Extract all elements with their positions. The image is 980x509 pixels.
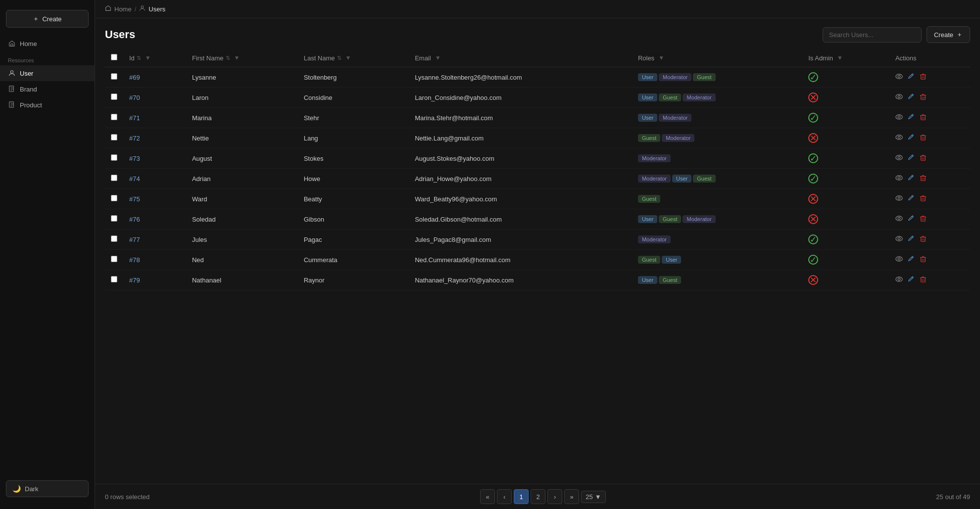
sidebar-item-product[interactable]: Product: [0, 97, 95, 113]
cell-first-name: Soledad: [186, 209, 298, 230]
role-badge-user: User: [638, 114, 657, 122]
delete-icon[interactable]: [920, 175, 927, 183]
email-filter-icon[interactable]: ▼: [435, 54, 441, 61]
view-icon[interactable]: [895, 113, 903, 122]
edit-icon[interactable]: [908, 215, 915, 224]
cell-actions: [889, 189, 970, 209]
id-sort-icon[interactable]: ⇅: [137, 55, 141, 61]
lastname-sort-icon[interactable]: ⇅: [337, 55, 342, 61]
view-icon[interactable]: [895, 194, 903, 203]
edit-icon[interactable]: [908, 235, 915, 244]
id-filter-icon[interactable]: ▼: [145, 54, 151, 61]
edit-icon[interactable]: [908, 73, 915, 82]
role-badge-user: User: [662, 256, 681, 264]
delete-icon[interactable]: [920, 195, 927, 203]
view-icon[interactable]: [895, 174, 903, 183]
page-2-button[interactable]: 2: [531, 489, 545, 504]
dark-mode-button[interactable]: 🌙 Dark: [6, 480, 89, 497]
sidebar-item-home[interactable]: Home: [0, 36, 95, 51]
cell-roles: Moderator: [632, 230, 802, 250]
view-icon[interactable]: [895, 154, 903, 163]
select-all-checkbox[interactable]: [111, 54, 117, 60]
table-row: #79NathanaelRaynorNathanael_Raynor70@yah…: [105, 270, 970, 290]
row-checkbox[interactable]: [111, 215, 117, 222]
cell-email: Nettie.Lang@gmail.com: [409, 128, 632, 148]
delete-icon[interactable]: [920, 276, 927, 284]
isadmin-filter-icon[interactable]: ▼: [837, 54, 843, 61]
row-checkbox[interactable]: [111, 276, 117, 282]
delete-icon[interactable]: [920, 256, 927, 264]
search-input[interactable]: [823, 27, 922, 43]
table-row: #72NettieLangNettie.Lang@gmail.comGuestM…: [105, 128, 970, 148]
view-icon[interactable]: [895, 235, 903, 244]
edit-icon[interactable]: [908, 93, 915, 102]
role-badge-moderator: Moderator: [638, 175, 671, 183]
sidebar-item-user[interactable]: User: [0, 65, 95, 81]
create-button-header[interactable]: Create ＋: [927, 26, 970, 43]
edit-icon[interactable]: [908, 114, 915, 122]
action-icons: [895, 154, 964, 163]
cell-first-name: Jules: [186, 230, 298, 250]
header-email: Email ▼: [409, 49, 632, 67]
admin-yes-icon: ✓: [808, 113, 818, 123]
page-next-button[interactable]: ›: [547, 489, 562, 504]
edit-icon[interactable]: [908, 195, 915, 203]
edit-icon[interactable]: [908, 154, 915, 163]
view-icon[interactable]: [895, 215, 903, 224]
edit-icon[interactable]: [908, 175, 915, 183]
page-last-button[interactable]: »: [564, 489, 579, 504]
roles-filter-icon[interactable]: ▼: [658, 54, 664, 61]
row-checkbox[interactable]: [111, 256, 117, 262]
delete-icon[interactable]: [920, 235, 927, 244]
view-icon[interactable]: [895, 73, 903, 82]
svg-point-30: [898, 237, 900, 240]
edit-icon[interactable]: [908, 256, 915, 264]
cell-roles: ModeratorUserGuest: [632, 169, 802, 189]
svg-point-24: [898, 197, 900, 199]
cell-actions: [889, 270, 970, 290]
cell-is-admin: ✓: [802, 169, 889, 189]
sidebar-item-brand[interactable]: Brand: [0, 81, 95, 97]
cell-roles: UserModerator: [632, 108, 802, 128]
delete-icon[interactable]: [920, 134, 927, 142]
table-row: #77JulesPagacJules_Pagac8@gmail.comModer…: [105, 230, 970, 250]
view-icon[interactable]: [895, 276, 903, 284]
row-checkbox[interactable]: [111, 235, 117, 242]
delete-icon[interactable]: [920, 93, 927, 102]
page-first-button[interactable]: «: [480, 489, 495, 504]
rows-selected-label: 0 rows selected: [105, 493, 149, 501]
view-icon[interactable]: [895, 255, 903, 264]
role-badge-guest: Guest: [659, 276, 681, 284]
row-checkbox[interactable]: [111, 114, 117, 120]
rows-per-page-select[interactable]: 25 ▼: [581, 491, 605, 503]
view-icon[interactable]: [895, 134, 903, 142]
edit-icon[interactable]: [908, 276, 915, 284]
cell-is-admin: ✕: [802, 88, 889, 108]
delete-icon[interactable]: [920, 215, 927, 224]
page-prev-button[interactable]: ‹: [497, 489, 512, 504]
role-badge-moderator: Moderator: [683, 215, 715, 223]
row-checkbox[interactable]: [111, 154, 117, 161]
row-checkbox[interactable]: [111, 134, 117, 140]
firstname-sort-icon[interactable]: ⇅: [226, 55, 230, 61]
delete-icon[interactable]: [920, 114, 927, 122]
breadcrumb-home-link[interactable]: Home: [114, 5, 132, 13]
row-checkbox[interactable]: [111, 93, 117, 100]
row-checkbox[interactable]: [111, 175, 117, 181]
row-checkbox[interactable]: [111, 73, 117, 80]
lastname-filter-icon[interactable]: ▼: [345, 54, 351, 61]
svg-point-5: [896, 74, 902, 79]
cell-last-name: Stehr: [298, 108, 409, 128]
page-title: Users: [105, 28, 135, 41]
sidebar-create-button[interactable]: ＋ Create: [6, 10, 89, 28]
view-icon[interactable]: [895, 93, 903, 102]
delete-icon[interactable]: [920, 154, 927, 163]
page-1-button[interactable]: 1: [514, 489, 529, 504]
users-table-container: Id ⇅ ▼ First Name ⇅ ▼: [105, 49, 970, 484]
header-last-name: Last Name ⇅ ▼: [298, 49, 409, 67]
delete-icon[interactable]: [920, 73, 927, 82]
firstname-filter-icon[interactable]: ▼: [234, 54, 240, 61]
edit-icon[interactable]: [908, 134, 915, 142]
row-checkbox[interactable]: [111, 195, 117, 201]
action-icons: [895, 73, 964, 82]
